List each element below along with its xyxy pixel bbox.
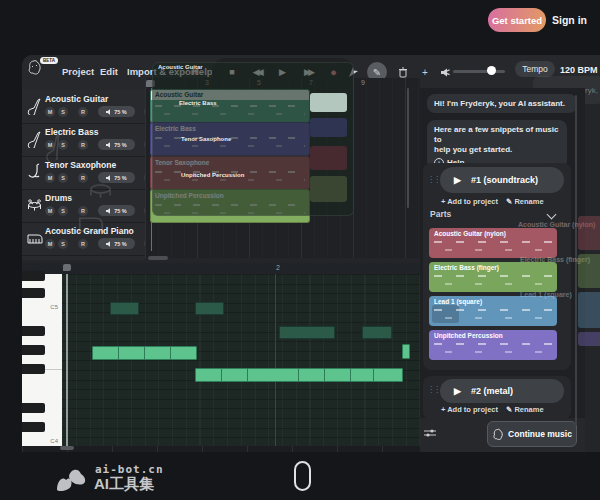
rewind-button[interactable]: ◀◀ (253, 68, 261, 77)
clip-notes-preview (155, 134, 305, 152)
tempo-value[interactable]: 120 BPM (560, 65, 598, 75)
track-volume[interactable]: 75 % (98, 139, 135, 150)
solo-button[interactable]: S (58, 140, 68, 150)
rename-button[interactable]: ✎ Rename (506, 405, 544, 414)
snippet-2-play-pill[interactable]: ▶ #2 (metal) (440, 379, 564, 403)
piano-keyboard[interactable]: C5C4 (22, 274, 62, 446)
clip-notes-preview (155, 168, 305, 186)
volume-slider-knob[interactable] (487, 66, 496, 75)
stop-button[interactable]: ■ (229, 68, 234, 77)
track-volume[interactable]: 75 % (98, 205, 135, 216)
piano-roll-ruler[interactable] (22, 263, 427, 274)
piano-note[interactable] (92, 346, 119, 360)
assistant-greeting-bubble: Hi! I'm Fryderyk, your AI assistant. (427, 94, 577, 113)
track-row-acoustic-grand-piano[interactable]: Acoustic Grand Piano M S R 75 % ⚙ (22, 222, 145, 256)
tempo-button[interactable]: Tempo (515, 61, 555, 77)
arm-record-button[interactable]: R (78, 206, 88, 216)
piano-note[interactable] (402, 344, 410, 359)
part-lead-1-square[interactable]: Lead 1 (square) (429, 296, 557, 326)
arm-record-button[interactable]: R (78, 173, 88, 183)
piano-note[interactable] (247, 368, 299, 382)
black-key[interactable] (22, 403, 45, 413)
black-key[interactable] (22, 271, 45, 281)
rename-button[interactable]: ✎ Rename (506, 197, 544, 206)
solo-button[interactable]: S (58, 206, 68, 216)
piano-note[interactable] (170, 346, 197, 360)
part-notes-preview (434, 239, 552, 255)
part-unpitched-percussion[interactable]: Unpitched Percussion (429, 330, 557, 360)
piano-note[interactable] (324, 368, 351, 382)
mute-button[interactable]: M (45, 140, 55, 150)
piano-note[interactable] (298, 368, 325, 382)
black-key[interactable] (22, 364, 45, 374)
drag-handle-icon[interactable]: ⋮⋮ (427, 175, 439, 184)
piano-note[interactable] (118, 346, 145, 360)
clip-unpitched-percussion[interactable]: Unpitched Percussion (150, 189, 310, 223)
piano-roll-grid[interactable] (62, 274, 427, 446)
piano-roll-scroll-thumb[interactable] (60, 446, 74, 450)
solo-button[interactable]: S (58, 107, 68, 117)
volume-slider[interactable] (453, 70, 505, 73)
timeline-horizontal-scrollbar[interactable] (148, 256, 168, 260)
piano-note[interactable] (373, 368, 403, 382)
track-row-drums[interactable]: Drums M S R 75 % ⚙ (22, 189, 145, 223)
piano-note[interactable] (144, 346, 171, 360)
piano-note[interactable] (350, 368, 374, 382)
mute-button[interactable]: M (45, 206, 55, 216)
part-electric-bass-finger[interactable]: Electric Bass (finger) (429, 262, 557, 292)
solo-button[interactable]: S (58, 239, 68, 249)
parts-section-header[interactable]: Parts (430, 209, 451, 219)
piano-note[interactable] (221, 368, 248, 382)
menu-import-export[interactable]: Import & export (127, 66, 198, 77)
track-row-electric-bass[interactable]: Electric Bass M S R 75 % ⚙ (22, 123, 145, 157)
sign-in-link[interactable]: Sign in (552, 14, 587, 26)
piano-note[interactable] (279, 326, 335, 339)
get-started-button[interactable]: Get started (488, 8, 546, 32)
arrangement-playhead-marker[interactable] (146, 80, 155, 87)
part-acoustic-guitar-nylon[interactable]: Acoustic Guitar (nylon) (429, 228, 557, 258)
part-notes-preview (434, 307, 552, 323)
black-key[interactable] (22, 288, 45, 298)
piano-icon (27, 229, 42, 247)
track-row-tenor-saxophone[interactable]: Tenor Saxophone M S R 75 % ⚙ (22, 156, 145, 190)
snippet-1-play-pill[interactable]: ▶ #1 (soundtrack) (440, 167, 564, 193)
piano-note[interactable] (110, 302, 139, 315)
piano-note[interactable] (195, 302, 224, 315)
piano-note[interactable] (195, 368, 223, 382)
track-row-acoustic-guitar[interactable]: Acoustic Guitar M S R 75 % ⚙ (22, 90, 145, 124)
track-volume[interactable]: 75 % (98, 238, 135, 249)
add-to-project-button[interactable]: + Add to project (441, 197, 498, 206)
mute-button[interactable]: M (45, 173, 55, 183)
track-volume[interactable]: 75 % (98, 172, 135, 183)
mute-button[interactable]: M (45, 239, 55, 249)
drag-handle-icon[interactable]: ⋮⋮ (427, 385, 439, 394)
clip-tenor-saxophone[interactable]: Tenor Saxophone (150, 156, 310, 190)
arm-record-button[interactable]: R (78, 140, 88, 150)
arm-record-button[interactable]: R (78, 239, 88, 249)
black-key[interactable] (22, 345, 45, 355)
clip-acoustic-guitar[interactable]: Acoustic Guitar (150, 89, 310, 123)
solo-button[interactable]: S (58, 173, 68, 183)
settings-sliders-icon[interactable] (424, 428, 436, 438)
arm-record-button[interactable]: R (78, 107, 88, 117)
piano-roll-playhead-line (66, 274, 68, 446)
menu-project[interactable]: Project (62, 66, 94, 77)
add-to-project-button[interactable]: + Add to project (441, 405, 498, 414)
fast-forward-button[interactable]: ▶▶ (304, 68, 312, 77)
mute-button[interactable]: M (45, 107, 55, 117)
black-key[interactable] (22, 422, 45, 432)
record-button[interactable]: ● (330, 67, 337, 78)
piano-roll-playhead-marker[interactable] (63, 264, 71, 271)
assistant-scrollbar[interactable] (575, 95, 577, 425)
play-icon[interactable]: ▶ (454, 386, 461, 396)
continue-music-button[interactable]: Continue music (487, 421, 577, 447)
timeline-vertical-scrollbar[interactable] (407, 88, 409, 208)
play-icon[interactable]: ▶ (454, 175, 461, 185)
play-button[interactable]: ▶ (279, 68, 286, 77)
black-key[interactable] (22, 326, 45, 336)
menu-help[interactable]: Help (192, 66, 213, 77)
clip-electric-bass[interactable]: Electric Bass (150, 122, 310, 156)
piano-note[interactable] (362, 326, 392, 339)
track-volume[interactable]: 75 % (98, 106, 135, 117)
menu-edit[interactable]: Edit (100, 66, 118, 77)
